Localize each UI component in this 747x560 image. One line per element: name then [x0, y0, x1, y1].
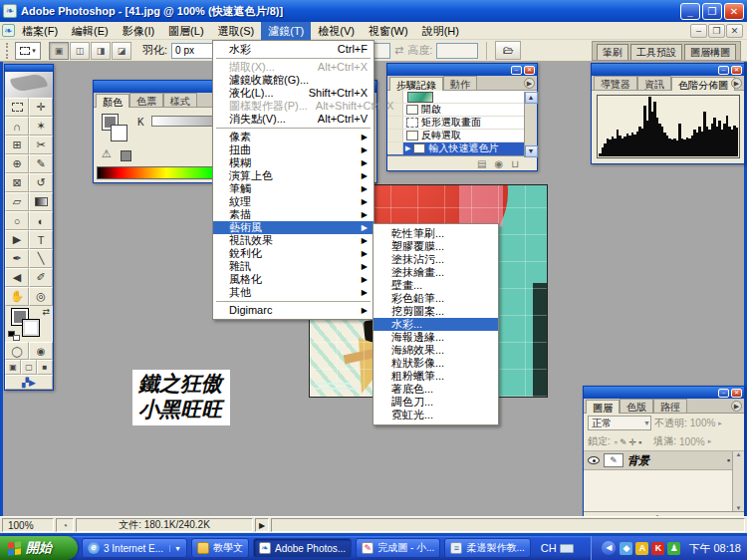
- filter-menu-item-Digimarc[interactable]: Digimarc▶: [213, 304, 374, 317]
- lock-transparency-icon[interactable]: ▫: [615, 437, 618, 447]
- layers-scrollbar[interactable]: ▲▼: [732, 451, 744, 511]
- quick-mask-mode-button[interactable]: ◉: [29, 342, 53, 360]
- history-snapshot-row[interactable]: [387, 91, 537, 104]
- artistic-menu-item-海綿效果...[interactable]: 海綿效果...: [374, 344, 498, 357]
- artistic-menu-item-彩色鉛筆...[interactable]: 彩色鉛筆...: [374, 292, 498, 305]
- filter-menu-item-素描[interactable]: 素描▶: [213, 208, 374, 221]
- background-color-swatch[interactable]: [22, 319, 40, 337]
- history-checkbox[interactable]: [387, 142, 403, 154]
- language-indicator[interactable]: CH: [541, 542, 574, 554]
- move-tool[interactable]: ✛: [29, 98, 53, 117]
- magic-wand-tool[interactable]: ✶: [29, 117, 53, 136]
- zoom-level-field[interactable]: 100%: [2, 518, 54, 532]
- artistic-menu-item-壁畫...[interactable]: 壁畫...: [374, 279, 498, 292]
- menu-影像(I)[interactable]: 影像(I): [116, 22, 161, 40]
- messenger-tray-icon[interactable]: ♟: [667, 542, 680, 555]
- gamut-warning-icon[interactable]: ⚠: [102, 147, 112, 160]
- well-tab-圖層構圖[interactable]: 圖層構圖: [684, 44, 736, 60]
- color-tab-色票[interactable]: 色票: [129, 93, 163, 107]
- filter-menu-item-濾鏡收藏館(G)...[interactable]: 濾鏡收藏館(G)...: [213, 74, 374, 87]
- navigator-menu-icon[interactable]: ▶: [731, 78, 742, 89]
- navigator-tab-導覽器[interactable]: 導覽器: [594, 76, 637, 90]
- menu-圖層(L)[interactable]: 圖層(L): [161, 22, 210, 40]
- lasso-tool[interactable]: ∩: [5, 117, 29, 136]
- task-button-柔邊製作教...[interactable]: ≡柔邊製作教...: [444, 538, 530, 558]
- menu-編輯(E)[interactable]: 編輯(E): [65, 22, 116, 40]
- gradient-tool[interactable]: [29, 192, 53, 211]
- history-scrollbar[interactable]: ▲▼: [524, 92, 537, 157]
- filter-menu-item-演算上色[interactable]: 演算上色▶: [213, 169, 374, 182]
- standard-mode-button[interactable]: ◯: [5, 342, 29, 360]
- filter-menu-item-扭曲[interactable]: 扭曲▶: [213, 143, 374, 156]
- filter-menu-item-其他[interactable]: 其他▶: [213, 286, 374, 299]
- layers-tab-圖層[interactable]: 圖層: [586, 400, 620, 414]
- web-safe-swatch[interactable]: [121, 150, 131, 161]
- swap-colors-icon[interactable]: ⇄: [42, 307, 50, 317]
- minimize-button[interactable]: _: [680, 3, 700, 20]
- background-layer-row[interactable]: ✎ 背景 ▪: [584, 451, 744, 470]
- filter-menu-item-模糊[interactable]: 模糊▶: [213, 156, 374, 169]
- filter-menu-item-銳利化[interactable]: 銳利化▶: [213, 247, 374, 260]
- menu-視窗(W)[interactable]: 視窗(W): [362, 22, 415, 40]
- current-tool-button[interactable]: ▾: [15, 42, 41, 60]
- eyedropper-tool[interactable]: ✐: [29, 268, 53, 287]
- network-tray-icon[interactable]: ◆: [620, 542, 632, 555]
- type-tool[interactable]: T: [29, 230, 53, 249]
- selection-mode-new-button[interactable]: ▣: [49, 42, 69, 60]
- layers-tab-色版[interactable]: 色版: [620, 399, 653, 413]
- filter-menu-item-視訊效果[interactable]: 視訊效果▶: [213, 234, 374, 247]
- default-colors-icon[interactable]: [8, 331, 20, 341]
- toolbox-title-bar[interactable]: [5, 65, 53, 72]
- history-step-輸入快速遮色片[interactable]: ▶輸入快速遮色片: [387, 142, 537, 155]
- blur-tool[interactable]: ○: [5, 211, 29, 230]
- history-tab-動作[interactable]: 動作: [443, 76, 477, 90]
- delete-state-icon[interactable]: ⊔: [511, 158, 519, 169]
- new-document-from-state-icon[interactable]: ▤: [477, 158, 486, 169]
- close-icon[interactable]: ✕: [524, 66, 535, 75]
- height-input[interactable]: [436, 43, 478, 59]
- feather-input[interactable]: [171, 43, 213, 59]
- filter-menu-item-紋理[interactable]: 紋理▶: [213, 195, 374, 208]
- artistic-menu-item-塗抹沾污...[interactable]: 塗抹沾污...: [374, 253, 498, 266]
- task-button-Adobe Photos...[interactable]: ❧Adobe Photos...: [253, 538, 352, 558]
- filter-menu-item-液化(L)...[interactable]: 液化(L)...Shift+Ctrl+X: [213, 87, 374, 100]
- menu-選取(S)[interactable]: 選取(S): [211, 22, 262, 40]
- history-step-矩形選取畫面[interactable]: 矩形選取畫面: [387, 117, 537, 130]
- artistic-menu-item-粒狀影像...[interactable]: 粒狀影像...: [374, 357, 498, 370]
- spinner-icon[interactable]: ▸: [708, 437, 712, 445]
- menu-檢視(V)[interactable]: 檢視(V): [311, 22, 362, 40]
- fullscreen-menubar-button[interactable]: ▢: [21, 360, 37, 375]
- minimize-icon[interactable]: –: [718, 389, 729, 398]
- menu-說明(H)[interactable]: 說明(H): [415, 22, 466, 40]
- history-brush-tool[interactable]: ↺: [29, 173, 53, 192]
- opacity-value[interactable]: 100%: [690, 418, 716, 428]
- artistic-menu-item-挖剪圖案...[interactable]: 挖剪圖案...: [374, 305, 498, 318]
- well-tab-工具預設[interactable]: 工具預設: [630, 44, 682, 60]
- eraser-tool[interactable]: ▱: [5, 192, 29, 211]
- history-tab-步驟記錄[interactable]: 步驟記錄: [389, 77, 443, 91]
- filter-menu-item-筆觸[interactable]: 筆觸▶: [213, 182, 374, 195]
- swap-dimensions-icon[interactable]: ⇄: [394, 44, 403, 57]
- filter-menu-item-水彩[interactable]: 水彩Ctrl+F: [213, 43, 374, 56]
- navigator-palette-title-bar[interactable]: – ✕: [592, 64, 744, 76]
- annotation-tool[interactable]: ◀: [5, 268, 29, 287]
- task-button-教學文[interactable]: 教學文: [191, 538, 249, 558]
- selection-mode-subtract-button[interactable]: ◨: [91, 42, 111, 60]
- artistic-menu-item-粗粉蠟筆...[interactable]: 粗粉蠟筆...: [374, 370, 498, 383]
- lock-paint-icon[interactable]: ✎: [620, 437, 627, 447]
- well-tab-筆刷[interactable]: 筆刷: [597, 44, 628, 60]
- kaspersky-tray-icon[interactable]: K: [651, 542, 664, 555]
- task-button-完成圖 - 小...[interactable]: ✎完成圖 - 小...: [356, 538, 440, 558]
- tray-chevron-icon[interactable]: ◀: [602, 541, 616, 555]
- fill-value[interactable]: 100%: [679, 436, 705, 447]
- layer-visibility-eye-icon[interactable]: [588, 456, 600, 464]
- file-browser-button[interactable]: 🗁: [495, 41, 521, 60]
- close-icon[interactable]: ✕: [731, 66, 742, 75]
- layer-thumbnail[interactable]: ✎: [604, 453, 623, 467]
- color-tab-樣式[interactable]: 樣式: [163, 93, 197, 107]
- background-swatch[interactable]: [111, 125, 127, 141]
- artistic-menu-item-乾性筆刷...[interactable]: 乾性筆刷...: [374, 227, 498, 240]
- history-checkbox[interactable]: [387, 130, 403, 141]
- slice-tool[interactable]: ✂: [29, 136, 53, 154]
- line-tool[interactable]: ╲: [29, 249, 53, 268]
